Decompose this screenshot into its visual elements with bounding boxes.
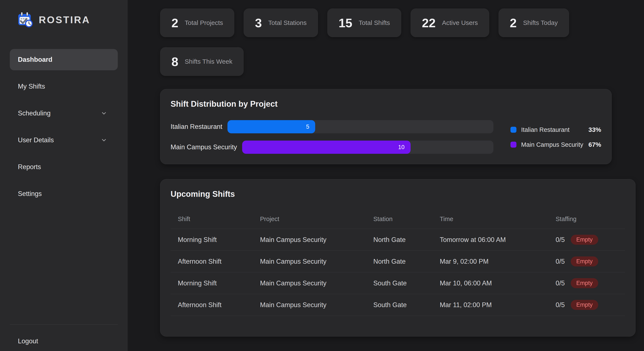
column-header-station: Station: [373, 216, 440, 222]
stat-value: 2: [510, 16, 517, 30]
upcoming-shifts-table: Shift Project Station Time Staffing Morn…: [170, 209, 625, 316]
cell-project: Main Campus Security: [260, 301, 373, 309]
bar-chart: Italian Restaurant 5 Main Campus Securit…: [170, 120, 601, 154]
cell-project: Main Campus Security: [260, 280, 373, 287]
column-header-project: Project: [260, 216, 373, 222]
cell-project: Main Campus Security: [260, 236, 373, 244]
sidebar-item-my-shifts[interactable]: My Shifts: [10, 76, 118, 97]
chart-legend: Italian Restaurant 33% Main Campus Secur…: [510, 120, 601, 154]
legend-label: Main Campus Security: [521, 141, 584, 148]
stat-value: 2: [172, 16, 178, 30]
legend-swatch: [510, 127, 516, 133]
stat-value: 8: [172, 54, 178, 69]
stat-label: Total Shifts: [359, 19, 390, 26]
status-badge: Empty: [571, 300, 598, 310]
staffing-count: 0/5: [556, 280, 565, 287]
staffing-count: 0/5: [556, 301, 565, 309]
cell-time: Mar 11, 02:00 PM: [440, 301, 556, 309]
sidebar-item-label: Dashboard: [18, 56, 107, 64]
column-header-shift: Shift: [178, 216, 260, 222]
cell-time: Tomorrow at 06:00 AM: [440, 236, 556, 244]
stat-card-total-shifts: 15 Total Shifts: [327, 8, 401, 37]
stats-row-2: 8 Shifts This Week: [160, 47, 644, 76]
table-row: Morning Shift Main Campus Security South…: [170, 272, 625, 294]
staffing-count: 0/5: [556, 258, 565, 266]
chart-title: Shift Distribution by Project: [170, 100, 601, 108]
bar-fill-italian-restaurant: 5: [228, 120, 315, 133]
main-content: 2 Total Projects 3 Total Stations 15 Tot…: [128, 0, 644, 351]
cell-station: North Gate: [373, 236, 440, 244]
sidebar-item-user-details[interactable]: User Details: [10, 130, 118, 151]
stat-label: Shifts This Week: [185, 58, 232, 65]
bar-fill-main-campus-security: 10: [242, 140, 410, 154]
column-header-staffing: Staffing: [556, 216, 625, 222]
sidebar-item-settings[interactable]: Settings: [10, 183, 118, 204]
bar-track: 10: [242, 140, 494, 154]
stats-row-1: 2 Total Projects 3 Total Stations 15 Tot…: [160, 8, 644, 37]
sidebar-item-label: Reports: [18, 163, 107, 171]
stat-label: Total Stations: [268, 19, 307, 26]
table-row: Afternoon Shift Main Campus Security Nor…: [170, 251, 625, 272]
cell-staffing: 0/5 Empty: [556, 300, 625, 310]
logout-button[interactable]: Logout: [10, 337, 118, 345]
cell-shift: Afternoon Shift: [178, 301, 260, 309]
cell-shift: Afternoon Shift: [178, 258, 260, 266]
bar-category-label: Italian Restaurant: [170, 123, 222, 130]
sidebar-item-label: Settings: [18, 190, 107, 198]
cell-time: Mar 10, 06:00 AM: [440, 280, 556, 287]
app-root: ROSTIRA Dashboard My Shifts Scheduling U…: [0, 0, 644, 351]
cell-station: South Gate: [373, 280, 440, 287]
stat-value: 3: [255, 16, 262, 30]
sidebar-footer: Logout: [10, 324, 118, 345]
legend-item-main-campus-security: Main Campus Security 67%: [510, 141, 601, 148]
bar-value-label: 10: [398, 144, 405, 150]
stat-label: Shifts Today: [523, 19, 558, 26]
stat-card-total-projects: 2 Total Projects: [160, 8, 234, 37]
legend-label: Italian Restaurant: [521, 126, 584, 133]
cell-time: Mar 9, 02:00 PM: [440, 258, 556, 266]
brand-logo: ROSTIRA: [10, 12, 118, 28]
status-badge: Empty: [571, 235, 598, 245]
stat-label: Total Projects: [185, 19, 223, 26]
brand-name: ROSTIRA: [39, 14, 90, 26]
table-row: Afternoon Shift Main Campus Security Sou…: [170, 294, 625, 316]
sidebar-item-scheduling[interactable]: Scheduling: [10, 103, 118, 124]
bar-value-label: 5: [306, 124, 309, 130]
legend-percent: 67%: [588, 141, 601, 148]
shift-distribution-card: Shift Distribution by Project Italian Re…: [160, 89, 612, 164]
bar-chart-bars: Italian Restaurant 5 Main Campus Securit…: [170, 120, 510, 154]
chevron-down-icon: [101, 110, 107, 116]
cell-station: South Gate: [373, 301, 440, 309]
stat-value: 15: [338, 16, 352, 30]
cell-station: North Gate: [373, 258, 440, 266]
table-header-row: Shift Project Station Time Staffing: [170, 209, 625, 229]
stat-card-shifts-this-week: 8 Shifts This Week: [160, 47, 244, 76]
calendar-check-clock-icon: [17, 12, 34, 28]
cell-shift: Morning Shift: [178, 236, 260, 244]
stat-value: 22: [422, 16, 436, 30]
status-badge: Empty: [571, 256, 598, 266]
legend-item-italian-restaurant: Italian Restaurant 33%: [510, 126, 601, 133]
cell-staffing: 0/5 Empty: [556, 278, 625, 288]
bar-category-label: Main Campus Security: [170, 143, 237, 151]
stat-card-total-stations: 3 Total Stations: [244, 8, 318, 37]
chevron-down-icon: [101, 137, 107, 143]
staffing-count: 0/5: [556, 236, 565, 244]
table-title: Upcoming Shifts: [170, 190, 625, 199]
sidebar-item-label: My Shifts: [18, 83, 107, 90]
table-row: Morning Shift Main Campus Security North…: [170, 229, 625, 251]
cell-staffing: 0/5 Empty: [556, 235, 625, 245]
sidebar-item-label: Scheduling: [18, 110, 101, 117]
column-header-time: Time: [440, 216, 556, 222]
sidebar-item-reports[interactable]: Reports: [10, 156, 118, 178]
bar-row-main-campus-security: Main Campus Security 10: [170, 140, 494, 154]
sidebar-menu: Dashboard My Shifts Scheduling User Deta…: [10, 49, 118, 204]
legend-percent: 33%: [588, 126, 601, 133]
cell-staffing: 0/5 Empty: [556, 256, 625, 266]
upcoming-shifts-card: Upcoming Shifts Shift Project Station Ti…: [160, 179, 636, 336]
stat-card-active-users: 22 Active Users: [410, 8, 489, 37]
sidebar-item-dashboard[interactable]: Dashboard: [10, 49, 118, 70]
status-badge: Empty: [571, 278, 598, 288]
bar-track: 5: [228, 120, 494, 133]
stat-label: Active Users: [442, 19, 478, 26]
